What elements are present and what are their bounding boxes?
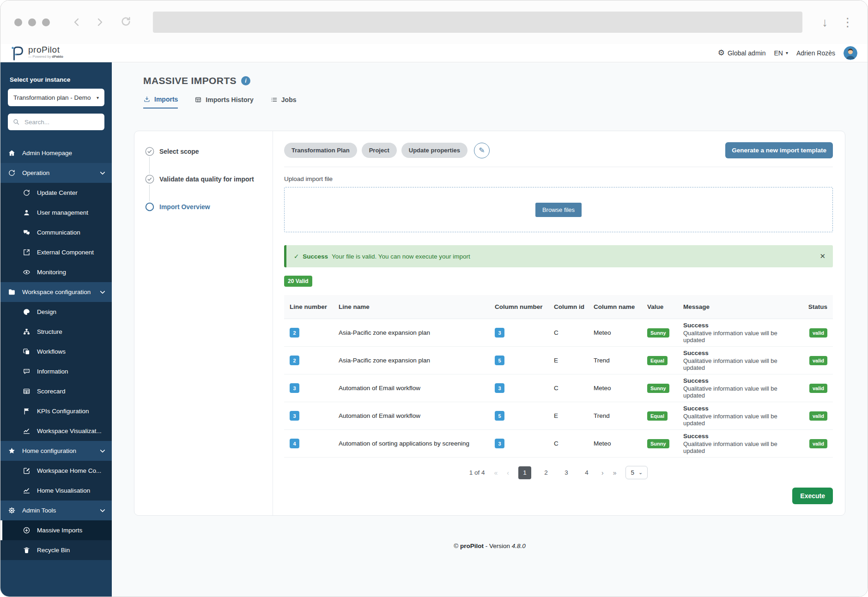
sidebar-section-operation[interactable]: Operation: [0, 163, 112, 183]
language-selector[interactable]: EN ▾: [774, 49, 788, 57]
column-id: C: [554, 329, 594, 336]
menu-kebab-icon[interactable]: ⋮: [842, 16, 854, 28]
generate-template-button[interactable]: Generate a new import template: [725, 142, 833, 158]
browser-window: ↓ ⋮ proPilot — Powered by dFakto ⚙ Globa…: [0, 0, 868, 597]
chevron-down-icon: [100, 170, 105, 176]
import-icon: [143, 96, 151, 103]
message-cell: SuccessQualitative information value wil…: [683, 405, 795, 427]
table-icon: [194, 96, 202, 103]
tab-jobs[interactable]: Jobs: [270, 96, 297, 109]
check-icon: ✓: [294, 253, 299, 260]
step-validate-data[interactable]: Validate data quality for import: [145, 174, 273, 185]
page-size-select[interactable]: 5 ⌄: [625, 466, 648, 479]
next-page-icon[interactable]: ›: [601, 469, 604, 476]
sidebar-section-workspace-configuration[interactable]: Workspace configuration: [0, 282, 112, 302]
sidebar-item-massive-imports[interactable]: Massive Imports: [0, 520, 112, 540]
sidebar-item-structure[interactable]: Structure: [0, 322, 112, 342]
sidebar-item-communication[interactable]: Communication: [0, 223, 112, 242]
page-button-3[interactable]: 3: [561, 469, 572, 476]
window-controls[interactable]: [14, 18, 50, 26]
sidebar-item-information[interactable]: Information: [0, 362, 112, 381]
column-id: C: [554, 440, 594, 447]
window-dot[interactable]: [42, 18, 50, 26]
page-button-2[interactable]: 2: [540, 469, 552, 476]
scope-chip-transformation-plan: Transformation Plan: [284, 143, 357, 158]
sidebar-item-workspace-home[interactable]: Workspace Home Co...: [0, 461, 112, 481]
sidebar-item-external-component[interactable]: External Component: [0, 242, 112, 262]
global-admin-button[interactable]: ⚙ Global admin: [718, 49, 766, 57]
table-row: 2 Asia-Pacific zone expansion plan 3 C M…: [284, 319, 833, 347]
org-chart-icon: [23, 328, 30, 336]
reload-icon[interactable]: [120, 16, 132, 27]
upload-dropzone[interactable]: Browse files: [284, 187, 833, 232]
sidebar-item-workflows[interactable]: Workflows: [0, 342, 112, 362]
message-cell: SuccessQualitative information value wil…: [683, 350, 795, 371]
column-number-badge: 3: [495, 439, 504, 448]
sidebar-item-kpis-configuration[interactable]: KPIs Configuration: [0, 401, 112, 421]
line-number-badge: 4: [290, 439, 299, 448]
step-import-overview[interactable]: Import Overview: [145, 201, 273, 212]
sidebar-item-monitoring[interactable]: Monitoring: [0, 262, 112, 282]
line-name: Asia-Pacific zone expansion plan: [339, 357, 495, 364]
window-dot[interactable]: [14, 18, 22, 26]
step-select-scope[interactable]: Select scope: [145, 146, 273, 157]
propilot-logo-icon: [11, 45, 24, 61]
sidebar-section-admin-tools[interactable]: Admin Tools: [0, 501, 112, 520]
page-button-1[interactable]: 1: [518, 466, 531, 479]
sidebar-section-home-configuration[interactable]: Home configuration: [0, 441, 112, 461]
table-icon: [23, 387, 30, 395]
line-name: Automation of sorting applications by sc…: [339, 440, 495, 447]
column-number-badge: 3: [495, 383, 504, 393]
sidebar-item-home-visualisation[interactable]: Home Visualisation: [0, 481, 112, 501]
sidebar-item-user-management[interactable]: User management: [0, 203, 112, 223]
page-button-4[interactable]: 4: [581, 469, 592, 476]
alert-message: Your file is valid. You can now execute …: [332, 253, 470, 260]
last-page-icon[interactable]: »: [613, 469, 617, 476]
sidebar-item-workspace-visualization[interactable]: Workspace Visualizat...: [0, 421, 112, 441]
footer: © proPilot - Version 4.8.0: [112, 516, 868, 549]
powered-by: — Powered by dFakto: [28, 55, 63, 59]
gear-icon: ⚙: [718, 49, 725, 57]
sidebar-item-recycle-bin[interactable]: Recycle Bin: [0, 540, 112, 560]
refresh-icon: [23, 189, 30, 197]
first-page-icon[interactable]: «: [494, 469, 498, 476]
sidebar-item-update-center[interactable]: Update Center: [0, 183, 112, 203]
search-input[interactable]: [24, 118, 100, 126]
url-bar[interactable]: [153, 12, 802, 33]
sidebar-item-scorecard[interactable]: Scorecard: [0, 381, 112, 401]
browse-files-button[interactable]: Browse files: [535, 203, 582, 217]
close-icon[interactable]: ✕: [819, 252, 826, 260]
column-number-badge: 5: [495, 356, 504, 365]
gear-icon: [8, 507, 16, 514]
pagination: 1 of 4 « ‹ 1 2 3 4 › » 5 ⌄: [284, 458, 833, 482]
window-dot[interactable]: [28, 18, 36, 26]
import-card: Select scope Validate data quality for i…: [134, 131, 845, 516]
chevron-down-icon: [100, 508, 105, 513]
main-content: MASSIVE IMPORTS i Imports Imports Histor…: [112, 62, 868, 597]
forward-icon[interactable]: [94, 17, 105, 28]
column-number-badge: 3: [495, 328, 504, 338]
tab-imports[interactable]: Imports: [143, 96, 178, 109]
valid-count-badge: 20 Valid: [284, 276, 312, 287]
page-title: MASSIVE IMPORTS: [143, 75, 237, 86]
status-badge: valid: [809, 411, 827, 421]
avatar[interactable]: [844, 46, 857, 60]
user-icon: [23, 209, 30, 217]
execute-button[interactable]: Execute: [792, 488, 833, 504]
value-badge: Equal: [647, 356, 668, 365]
tab-imports-history[interactable]: Imports History: [194, 96, 253, 109]
user-name: Adrien Rozès: [796, 49, 835, 57]
sidebar-item-design[interactable]: Design: [0, 302, 112, 322]
table-row: 3 Automation of Email workflow 5 E Trend…: [284, 402, 833, 430]
sidebar-search[interactable]: [8, 114, 104, 130]
info-icon[interactable]: i: [241, 76, 250, 85]
download-circle-icon: [23, 526, 30, 534]
back-icon[interactable]: [71, 17, 82, 28]
instance-select[interactable]: Transformation plan - Demo ▾: [8, 89, 104, 106]
sidebar-item-admin-homepage[interactable]: Admin Homepage: [0, 143, 112, 163]
status-badge: valid: [809, 356, 827, 365]
download-icon[interactable]: ↓: [822, 16, 828, 28]
app-header: proPilot — Powered by dFakto ⚙ Global ad…: [0, 44, 868, 62]
edit-scope-button[interactable]: ✎: [474, 143, 490, 158]
prev-page-icon[interactable]: ‹: [507, 469, 509, 476]
